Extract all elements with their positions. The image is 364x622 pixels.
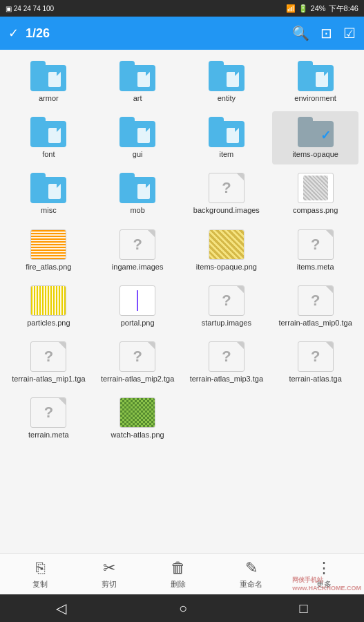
file-icon: ? [209,341,245,372]
file-item-misc[interactable]: misc [6,167,92,220]
file-item-terrain-atlas-mip1[interactable]: ? terrain-atlas_mip1.tga [6,336,92,389]
file-icon: ? [298,341,334,372]
folder-icon [119,61,155,91]
file-item-item[interactable]: item [184,111,270,164]
file-label: items-opaque [292,150,338,159]
folder-icon [30,61,66,91]
folder-icon [209,117,245,147]
file-label: font [42,150,55,159]
file-icon: ? [119,229,155,260]
status-left: ▣ 24 24 74 100 [6,5,54,12]
file-item-watch-atlas-png[interactable]: watch-atlas.png [95,392,181,445]
file-label: gui [133,150,143,159]
battery-icon: 🔋 [298,4,308,13]
file-item-items-opaque[interactable]: ✓ items-opaque [272,111,358,164]
file-item-fire-atlas-png[interactable]: fire_atlas.png [6,224,92,277]
file-icon: ? [119,341,155,372]
file-item-particles-png[interactable]: particles.png [6,280,92,333]
file-item-armor[interactable]: armor [6,55,92,109]
rename-button[interactable]: ✎ 重命名 [231,556,271,592]
rename-icon: ✎ [245,559,258,577]
portal-icon [119,285,155,316]
file-label: art [133,94,142,103]
file-label: startup.images [202,319,251,328]
copy-button[interactable]: ⎘ 复制 [24,556,56,592]
file-item-terrain-atlas-mip0[interactable]: ? terrain-atlas_mip0.tga [272,280,358,333]
file-label: terrain-atlas_mip2.tga [101,375,174,384]
items-opaque-file-icon [209,229,245,260]
file-label: mob [130,206,144,215]
unknown-file-mark: ? [311,348,320,366]
share-icon[interactable]: ⊡ [320,25,332,41]
search-icon[interactable]: 🔍 [292,25,309,41]
file-label: items-opaque.png [196,263,257,272]
unknown-file-mark: ? [222,179,231,197]
cut-button[interactable]: ✂ 剪切 [93,556,125,592]
file-icon: ? [30,341,66,372]
cut-icon: ✂ [103,559,115,577]
watch-atlas-icon [119,397,155,428]
unknown-file-mark: ? [44,348,53,366]
check-icon[interactable]: ✓ [8,26,19,41]
file-item-font[interactable]: font [6,111,92,164]
file-label: terrain.meta [28,431,69,440]
file-item-items-meta[interactable]: ? items.meta [272,224,358,277]
file-label: item [219,150,233,159]
file-item-background-images[interactable]: ? background.images [184,167,270,220]
file-label: compass.png [293,206,338,215]
delete-button[interactable]: 🗑 删除 [162,556,194,592]
file-item-items-opaque-png[interactable]: items-opaque.png [184,224,270,277]
file-item-environment[interactable]: environment [272,55,358,109]
particles-icon [30,285,66,316]
file-item-terrain-atlas-mip2[interactable]: ? terrain-atlas_mip2.tga [95,336,181,389]
file-icon: ? [30,397,66,428]
check-icon: ✓ [320,128,331,143]
file-item-gui[interactable]: gui [95,111,181,164]
folder-icon: ✓ [298,117,334,147]
unknown-file-mark: ? [222,348,231,366]
counter-label: 1/26 [26,26,285,41]
file-item-terrain-meta[interactable]: ? terrain.meta [6,392,92,445]
file-item-startup-images[interactable]: ? startup.images [184,280,270,333]
file-item-portal-png[interactable]: portal.png [95,280,181,333]
file-label: terrain-atlas_mip3.tga [190,375,263,384]
file-icon: ? [298,229,334,260]
file-label: fire_atlas.png [26,263,71,272]
more-label: 更多 [316,579,332,590]
file-item-ingame-images[interactable]: ? ingame.images [95,224,181,277]
file-label: terrain-atlas.tga [289,375,341,384]
fire-atlas-inner [31,230,66,259]
file-label: entity [218,94,236,103]
top-bar: ✓ 1/26 🔍 ⊡ ☑ [0,17,364,50]
file-item-terrain-atlas-tga[interactable]: ? terrain-atlas.tga [272,336,358,389]
file-item-entity[interactable]: entity [184,55,270,109]
top-bar-actions: 🔍 ⊡ ☑ [292,25,356,41]
file-icon: ? [298,285,334,316]
home-button[interactable]: ○ [179,601,187,616]
file-item-art[interactable]: art [95,55,181,109]
file-label: terrain-atlas_mip0.tga [278,319,352,328]
compass-icon [298,173,334,203]
select-all-icon[interactable]: ☑ [343,25,356,41]
recents-button[interactable]: □ [300,601,308,616]
status-right: 📶 🔋 24% 下午8:46 [286,3,358,14]
more-icon: ⋮ [316,559,332,577]
unknown-file-mark: ? [133,236,142,254]
fire-atlas-icon [30,229,66,260]
copy-icon: ⎘ [36,559,45,577]
file-item-compass-png[interactable]: compass.png [272,167,358,220]
unknown-file-mark: ? [44,404,53,422]
file-item-terrain-atlas-mip3[interactable]: ? terrain-atlas_mip3.tga [184,336,270,389]
folder-icon [119,117,155,147]
rename-label: 重命名 [240,579,262,590]
back-button[interactable]: ◁ [56,600,66,616]
folder-icon [298,61,334,91]
nav-bar: ◁ ○ □ [0,594,364,622]
battery-percent: 24% [311,4,326,12]
file-item-mob[interactable]: mob [95,167,181,220]
more-button[interactable]: ⋮ 更多 [308,556,340,592]
bottom-toolbar: ⎘ 复制 ✂ 剪切 🗑 删除 ✎ 重命名 ⋮ 更多 [0,553,364,594]
folder-icon [119,173,155,203]
unknown-file-mark: ? [133,348,142,366]
folder-icon [30,173,66,203]
